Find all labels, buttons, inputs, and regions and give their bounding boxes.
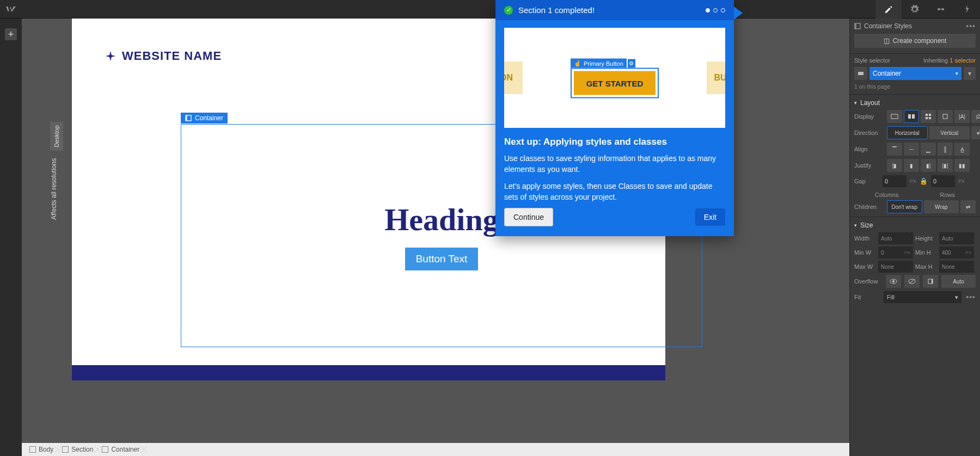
lock-icon[interactable]: 🔒 xyxy=(920,177,928,185)
display-flex[interactable] xyxy=(904,110,919,123)
svg-rect-6 xyxy=(855,23,856,29)
tutorial-popup: ✓ Section 1 completed! ON BUT ☝ Primary xyxy=(495,0,734,236)
styles-title: Container Styles xyxy=(864,22,963,30)
partial-button-left: ON xyxy=(504,61,523,94)
svg-line-16 xyxy=(976,114,980,119)
display-grid[interactable] xyxy=(921,110,936,123)
breadcrumb-section[interactable]: Section xyxy=(58,446,97,453)
continue-button[interactable]: Continue xyxy=(504,208,553,226)
width-input[interactable]: Auto- xyxy=(878,232,913,244)
inheriting-link[interactable]: 1 selector xyxy=(950,57,976,64)
width-label: Width xyxy=(854,235,876,242)
tutorial-image: ON BUT ☝ Primary Button ⚙ GET STARTED xyxy=(504,28,725,128)
children-nowrap[interactable]: Don't wrap xyxy=(887,200,922,213)
minw-label: Min W xyxy=(854,249,876,256)
main-area: + Affects all resolutions Desktop WEBSIT… xyxy=(0,19,980,456)
gap-row-input[interactable] xyxy=(931,175,955,187)
interactions-tab[interactable] xyxy=(928,0,954,19)
maxh-input[interactable]: None- xyxy=(939,261,974,273)
tutorial-next-title: Next up: Applying styles and classes xyxy=(504,137,725,147)
minh-input[interactable]: 400PX xyxy=(939,247,974,258)
selection-tag[interactable]: Container xyxy=(181,113,228,124)
display-inline-block[interactable] xyxy=(938,110,953,123)
gap-label: Gap xyxy=(854,178,879,184)
display-none[interactable] xyxy=(971,110,980,123)
style-tab[interactable] xyxy=(875,0,902,19)
dot-3 xyxy=(721,8,725,13)
tutorial-progress-dots xyxy=(706,8,725,13)
section-icon xyxy=(62,446,69,453)
overflow-scroll[interactable] xyxy=(923,275,938,288)
maxw-input[interactable]: None- xyxy=(878,261,913,273)
justify-start[interactable]: |▮ xyxy=(887,159,902,172)
rows-label: Rows xyxy=(940,192,955,198)
align-start[interactable]: ▔ xyxy=(887,143,902,156)
breadcrumb-body[interactable]: Body xyxy=(25,446,58,453)
justify-end[interactable]: ▮| xyxy=(921,159,936,172)
brand[interactable]: WEBSITE NAME xyxy=(105,49,222,63)
svg-rect-2 xyxy=(940,9,942,10)
gap-col-input[interactable] xyxy=(883,175,906,187)
justify-center[interactable]: ▮ xyxy=(904,159,919,172)
body-icon xyxy=(29,446,36,453)
tutorial-status: Section 1 completed! xyxy=(518,5,595,15)
gear-icon: ⚙ xyxy=(628,59,635,67)
align-center[interactable]: ─ xyxy=(904,143,919,156)
selector-chip[interactable]: Container▾ xyxy=(869,67,961,80)
svg-rect-14 xyxy=(929,117,931,119)
get-started-button: GET STARTED xyxy=(574,71,656,95)
svg-rect-7 xyxy=(858,72,863,75)
direction-reverse[interactable]: ⇄ xyxy=(971,126,980,139)
style-panel: Container Styles ••• ◫ Create component … xyxy=(849,19,980,456)
settings-tab[interactable] xyxy=(902,0,928,19)
align-baseline[interactable]: A̲ xyxy=(954,143,970,156)
align-end[interactable]: ▁ xyxy=(921,143,936,156)
more-icon[interactable]: ••• xyxy=(966,22,976,30)
display-inline[interactable]: |A| xyxy=(954,110,970,123)
size-section-title[interactable]: ▾Size xyxy=(850,217,980,232)
direction-vertical[interactable]: Vertical xyxy=(929,126,970,139)
pointer-icon: ☝ xyxy=(574,60,581,67)
tool-tabs xyxy=(875,0,980,19)
create-component-button[interactable]: ◫ Create component xyxy=(854,34,976,48)
justify-around[interactable]: ▮▮ xyxy=(954,159,970,172)
fit-more-icon[interactable]: ••• xyxy=(966,293,976,301)
align-stretch[interactable]: ║ xyxy=(938,143,953,156)
canvas-column: Affects all resolutions Desktop WEBSITE … xyxy=(22,19,849,456)
justify-between[interactable]: |▮| xyxy=(938,159,953,172)
brand-text: WEBSITE NAME xyxy=(122,49,222,63)
heading-element[interactable]: Heading xyxy=(384,201,499,238)
selector-type-button[interactable] xyxy=(854,67,867,80)
overflow-hidden[interactable] xyxy=(904,275,920,288)
overflow-visible[interactable] xyxy=(886,275,901,288)
layout-section-title[interactable]: ▾Layout xyxy=(850,94,980,110)
height-input[interactable]: Auto- xyxy=(939,232,974,244)
publish-tab[interactable] xyxy=(954,0,980,19)
button-element[interactable]: Button Text xyxy=(405,248,479,270)
display-block[interactable] xyxy=(887,110,902,123)
exit-button[interactable]: Exit xyxy=(695,208,725,226)
svg-rect-22 xyxy=(932,279,933,284)
children-wrap[interactable]: Wrap xyxy=(924,200,959,213)
overflow-auto[interactable]: Auto xyxy=(941,275,976,288)
svg-rect-9 xyxy=(908,114,911,119)
overflow-label: Overflow xyxy=(854,278,883,285)
columns-label: Columns xyxy=(875,192,898,198)
left-strip: + xyxy=(0,19,22,456)
svg-rect-4 xyxy=(186,115,187,121)
children-reverse[interactable]: ⇄ xyxy=(960,200,976,213)
styles-header: Container Styles ••• xyxy=(850,19,980,34)
direction-horizontal[interactable]: Horizontal xyxy=(887,126,928,139)
selector-dropdown[interactable]: ▾ xyxy=(964,67,976,80)
add-element-button[interactable]: + xyxy=(5,28,17,40)
direction-label: Direction xyxy=(854,130,883,136)
breadcrumb-container[interactable]: Container xyxy=(97,446,144,453)
fit-select[interactable]: Fill▾ xyxy=(884,291,961,303)
minw-input[interactable]: 0PX xyxy=(878,247,913,258)
top-bar xyxy=(0,0,980,19)
webflow-logo[interactable] xyxy=(0,0,22,19)
partial-button-right: BUT xyxy=(707,61,725,94)
selection-tag-text: Container xyxy=(195,114,223,122)
canvas-footer-band xyxy=(72,365,665,380)
svg-rect-8 xyxy=(891,114,898,119)
